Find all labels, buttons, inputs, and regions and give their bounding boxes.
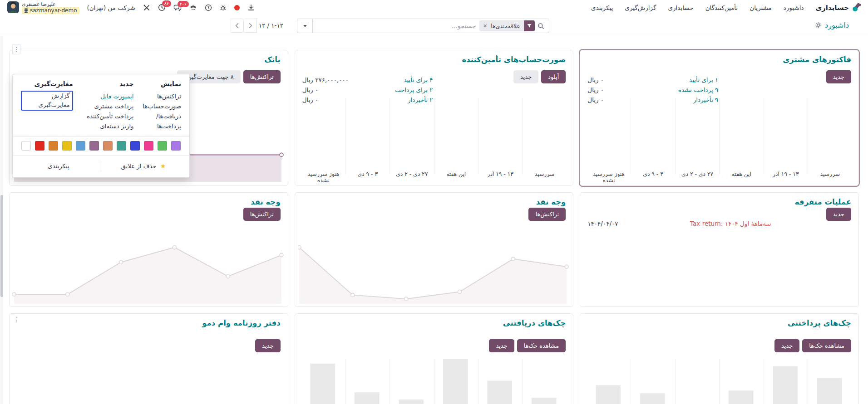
- footer-divider: [101, 160, 101, 172]
- color-swatch[interactable]: [103, 141, 113, 151]
- color-swatch[interactable]: [21, 141, 31, 151]
- menu-item-import-file[interactable]: ایمپورت فایل: [78, 92, 134, 102]
- new-invoice-button[interactable]: جدید: [826, 70, 851, 83]
- card-title-cash[interactable]: وجه نقد: [10, 193, 288, 206]
- menu-item-customer-payment[interactable]: پرداخت مشتری: [78, 102, 134, 112]
- kebab-menu-icon[interactable]: ⋮: [14, 316, 20, 323]
- card-title-checks-receivable[interactable]: چک‌های دریافتنی: [295, 314, 573, 327]
- upload-bill-button[interactable]: آپلود: [541, 70, 566, 83]
- view-checks-button[interactable]: مشاهده چک‌ها: [802, 339, 851, 352]
- menu-item-batch-deposit[interactable]: واریز دسته‌ای: [78, 122, 134, 131]
- menu-item-transactions[interactable]: تراکنش‌ها: [138, 92, 181, 102]
- color-swatch[interactable]: [76, 141, 85, 151]
- pager-next-button[interactable]: [244, 19, 257, 33]
- avatar[interactable]: [7, 1, 19, 13]
- card-title-cash[interactable]: وجه نقد: [295, 193, 573, 206]
- card-title-vendor-bills[interactable]: صورت‌حساب‌های تأمین‌کننده: [295, 50, 573, 64]
- user-menu[interactable]: علیرضا غضنفری sazmanyar-demo: [7, 1, 79, 14]
- nav-customers[interactable]: مشتریان: [750, 4, 772, 11]
- nav-vendors[interactable]: تأمین‌کنندگان: [705, 4, 738, 11]
- app-name[interactable]: حسابداری: [815, 4, 849, 12]
- menu-item-vendor-payment[interactable]: پرداخت تأمین‌کننده: [78, 112, 134, 122]
- color-swatch[interactable]: [62, 141, 72, 151]
- search-input[interactable]: [313, 22, 479, 29]
- record-icon[interactable]: [234, 5, 240, 10]
- activities-icon[interactable]: ۸۶: [158, 4, 166, 11]
- card-title-customer-invoices[interactable]: فاکتورهای مشتری: [580, 50, 858, 64]
- kebab-menu-icon[interactable]: ⋮: [12, 44, 20, 54]
- search-facet-favorites[interactable]: علاقه‌مندی‌ها ✕: [479, 20, 535, 31]
- messages-icon[interactable]: ۲۰۶: [173, 4, 182, 11]
- page-scrollbar[interactable]: [0, 36, 3, 404]
- new-bill-button[interactable]: جدید: [513, 70, 538, 83]
- app-brand[interactable]: حسابداری: [815, 3, 862, 12]
- card-customer-invoices: فاکتورهای مشتری جدید ۱ برای تأیید ۰ ریال…: [580, 50, 859, 186]
- remove-favorite-item[interactable]: ★ حذف از علایق: [101, 162, 186, 170]
- checks-payable-chart: [587, 359, 852, 404]
- card-vendor-bills: صورت‌حساب‌های تأمین‌کننده آپلود جدید ۴ ب…: [295, 50, 574, 186]
- figure-row: ۲ برای پرداخت ۰ ریال: [302, 85, 433, 95]
- tax-return-activity-link[interactable]: Tax return: سه‌ماهۀ اول ۱۴۰۴: [690, 220, 771, 227]
- card-title-misc-operations[interactable]: عملیات متفرقه: [580, 193, 858, 206]
- color-swatch[interactable]: [89, 141, 99, 151]
- dropdown-view-header: نمایش: [138, 80, 181, 88]
- unpaid-link[interactable]: ۹ پرداخت نشده: [678, 86, 718, 93]
- color-swatch[interactable]: [144, 141, 153, 151]
- search-dropdown-toggle[interactable]: [297, 19, 313, 33]
- to-validate-link[interactable]: ۴ برای تأیید: [404, 76, 433, 83]
- database-badge: sazmanyar-demo: [22, 7, 79, 14]
- bug-icon[interactable]: [220, 4, 227, 11]
- card-checks-payable: چک‌های پرداختنی مشاهده چک‌ها جدید: [580, 313, 859, 404]
- to-pay-link[interactable]: ۲ برای پرداخت: [395, 86, 433, 93]
- company-switcher[interactable]: شرکت من (تهران): [87, 4, 135, 11]
- new-check-button[interactable]: جدید: [489, 339, 514, 352]
- color-swatch[interactable]: [158, 141, 167, 151]
- configuration-item[interactable]: پیکربندی: [16, 163, 101, 170]
- pager-previous-button[interactable]: [231, 19, 244, 33]
- filter-icon: [524, 20, 535, 31]
- color-swatch[interactable]: [130, 141, 140, 151]
- page-title[interactable]: داشبورد: [825, 21, 849, 29]
- gear-icon[interactable]: [815, 22, 822, 29]
- color-swatch-picker: [13, 136, 189, 155]
- new-misc-entry-button[interactable]: جدید: [826, 208, 851, 221]
- user-name: علیرضا غضنفری: [22, 1, 79, 7]
- new-entry-button[interactable]: جدید: [255, 339, 280, 352]
- color-swatch[interactable]: [49, 141, 58, 151]
- search-bar[interactable]: علاقه‌مندی‌ها ✕: [297, 19, 549, 33]
- cash-balance-chart: [12, 231, 285, 304]
- scrollbar-thumb[interactable]: [0, 195, 3, 297]
- help-icon[interactable]: ?: [205, 4, 212, 11]
- color-swatch[interactable]: [117, 141, 126, 151]
- menu-item-reconciliation-report[interactable]: گزارش مغایرت‌گیری: [21, 91, 73, 111]
- card-title-checks-payable[interactable]: چک‌های پرداختنی: [580, 314, 858, 327]
- download-icon[interactable]: [247, 4, 255, 11]
- to-validate-link[interactable]: ۱ برای تأیید: [689, 76, 718, 83]
- cash-transactions-button[interactable]: تراکنش‌ها: [528, 208, 566, 221]
- color-swatch[interactable]: [171, 141, 181, 151]
- nav-accounting[interactable]: حسابداری: [668, 4, 693, 11]
- facet-remove-icon[interactable]: ✕: [479, 23, 487, 29]
- voip-phone-icon[interactable]: [189, 4, 197, 11]
- nav-reporting[interactable]: گزارش‌گیری: [625, 4, 656, 11]
- star-icon: ★: [160, 162, 166, 170]
- due-bucket-axis: سررسید۱۳ - ۱۹ آذراین هفته ۲۷ دی - ۲ دی۳ …: [301, 171, 567, 184]
- new-check-button[interactable]: جدید: [774, 339, 799, 352]
- to-validate-amount: ۳۷۶,۰۰۰,۰۰۰ ریال: [302, 76, 349, 83]
- dropdown-reconciliation-header: مغایرت‌گیری: [21, 80, 73, 88]
- menu-item-statements[interactable]: صورت‌حساب‌ها: [138, 102, 181, 112]
- due-bucket-axis: سررسید۱۳ - ۱۹ آذراین هفته ۲۷ دی - ۲ دی۳ …: [587, 171, 852, 184]
- svg-text:?: ?: [207, 5, 209, 10]
- card-title-loan-journal[interactable]: دفتر روزنامه وام دمو: [10, 314, 288, 327]
- menu-item-payments-receipts[interactable]: دریافت‌ها/ پرداخت‌ها: [138, 112, 181, 131]
- tools-icon[interactable]: [143, 4, 150, 11]
- nav-configuration[interactable]: پیکربندی: [591, 4, 613, 11]
- chevron-down-icon: [303, 25, 307, 27]
- nav-dashboard[interactable]: داشبورد: [784, 4, 804, 11]
- card-title-bank[interactable]: بانک: [10, 50, 288, 64]
- color-swatch[interactable]: [35, 141, 44, 151]
- view-checks-button[interactable]: مشاهده چک‌ها: [517, 339, 566, 352]
- database-icon: [24, 8, 28, 13]
- cash-transactions-button[interactable]: تراکنش‌ها: [243, 208, 281, 221]
- bank-transactions-button[interactable]: تراکنش‌ها: [243, 70, 281, 83]
